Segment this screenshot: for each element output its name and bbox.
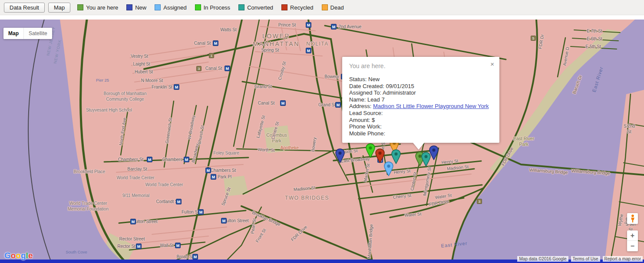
info-field: Amount: $ xyxy=(349,117,492,124)
map-marker-new[interactable] xyxy=(429,145,439,160)
map-marker-recycled[interactable] xyxy=(375,148,385,163)
maptype-control: Map Satellite xyxy=(3,28,52,39)
address-link[interactable]: Madison St Little Flower Playground New … xyxy=(373,103,489,109)
map-canvas[interactable] xyxy=(0,20,644,263)
info-window-body: Status: NewDate Created: 09/01/2015Assig… xyxy=(349,76,492,137)
legend-swatch xyxy=(77,4,83,10)
map-data-text: Map data ©2016 Google xyxy=(517,256,568,262)
maptype-map-button[interactable]: Map xyxy=(3,28,23,39)
close-icon[interactable]: × xyxy=(490,61,494,67)
legend-item: You are here xyxy=(77,4,118,11)
map-container[interactable]: LOWER MANHATTANNOLITATWO BRIDGESEast Riv… xyxy=(0,20,644,263)
report-map-error-link[interactable]: Report a map error xyxy=(603,256,643,262)
info-window-tail xyxy=(413,143,424,150)
info-field: Mobile Phone: xyxy=(349,130,492,137)
attribution: Map data ©2016 Google Terms of Use Repor… xyxy=(517,256,643,262)
legend-swatch xyxy=(195,4,201,10)
map-button[interactable]: Map xyxy=(48,3,70,13)
terms-link[interactable]: Terms of Use xyxy=(571,256,600,262)
legend-label: Recycled xyxy=(290,4,313,11)
maptype-satellite-button[interactable]: Satellite xyxy=(23,28,52,39)
legend: You are hereNewAssignedIn ProcessConvert… xyxy=(77,4,352,11)
legend-label: Assigned xyxy=(163,4,186,11)
google-logo-letter: g xyxy=(21,251,26,260)
legend-swatch xyxy=(322,4,328,10)
legend-label: New xyxy=(135,4,146,11)
info-window: You are here. × Status: NewDate Created:… xyxy=(342,57,499,143)
legend-item: Dead xyxy=(322,4,344,11)
map-marker-in-process[interactable] xyxy=(366,143,375,158)
map-marker-new[interactable] xyxy=(335,148,345,163)
legend-label: Dead xyxy=(330,4,344,11)
google-logo-letter: e xyxy=(28,251,33,260)
marker-pin-icon xyxy=(375,148,385,163)
info-field: Date Created: 09/01/2015 xyxy=(349,83,492,90)
pegman-button[interactable] xyxy=(627,213,638,224)
google-logo-letter: G xyxy=(4,251,11,260)
marker-pin-icon xyxy=(335,148,345,163)
info-field: Assigned To: Administrator xyxy=(349,89,492,96)
info-field: Name: Lead 7 xyxy=(349,96,492,103)
info-field: Phone Work: xyxy=(349,123,492,130)
legend-label: Converted xyxy=(247,4,273,11)
legend-swatch xyxy=(281,4,287,10)
legend-swatch xyxy=(155,4,161,10)
zoom-out-button[interactable]: − xyxy=(627,241,638,251)
google-logo-letter: o xyxy=(16,251,21,260)
google-logo-letter: o xyxy=(11,251,16,260)
info-field: Lead Source: xyxy=(349,110,492,117)
legend-item: New xyxy=(126,4,146,11)
legend-swatch xyxy=(126,4,132,10)
zoom-in-button[interactable]: + xyxy=(627,230,638,241)
marker-pin-icon xyxy=(366,143,375,158)
legend-item: Assigned xyxy=(155,4,186,11)
zoom-control: + − xyxy=(627,230,638,251)
google-logo: Google xyxy=(4,251,33,260)
data-result-button[interactable]: Data Result xyxy=(4,3,45,13)
legend-item: Converted xyxy=(238,4,273,11)
legend-item: Recycled xyxy=(281,4,313,11)
pegman-icon xyxy=(630,214,635,223)
info-field: Address: Madison St Little Flower Playgr… xyxy=(349,103,492,110)
marker-pin-icon xyxy=(384,161,393,176)
info-window-title: You are here. xyxy=(349,62,492,69)
legend-label: In Process xyxy=(204,4,230,11)
info-field: Status: New xyxy=(349,76,492,83)
legend-swatch xyxy=(238,4,244,10)
legend-item: In Process xyxy=(195,4,230,11)
toolbar: Data Result Map You are hereNewAssignedI… xyxy=(0,0,644,15)
map-marker-assigned[interactable] xyxy=(384,161,393,176)
marker-pin-icon xyxy=(429,145,439,160)
legend-label: You are here xyxy=(86,4,118,11)
